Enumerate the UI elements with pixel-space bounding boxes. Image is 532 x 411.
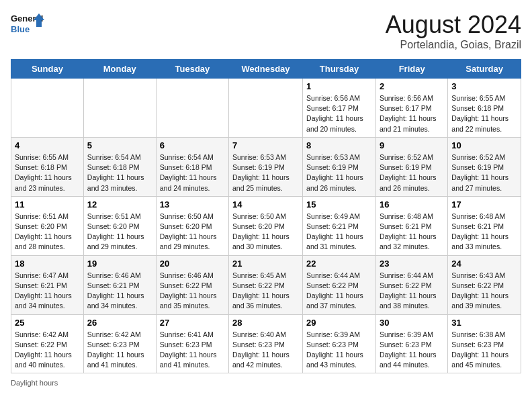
day-number: 11 bbox=[15, 199, 80, 210]
day-number: 31 bbox=[451, 318, 517, 328]
calendar-cell: 30Sunrise: 6:39 AM Sunset: 6:23 PM Dayli… bbox=[375, 314, 447, 373]
day-number: 14 bbox=[232, 199, 299, 210]
day-info: Sunrise: 6:46 AM Sunset: 6:21 PM Dayligh… bbox=[87, 271, 152, 312]
page-header: General Blue August 2024 Portelandia, Go… bbox=[11, 11, 521, 51]
calendar-cell bbox=[229, 79, 303, 138]
day-number: 15 bbox=[306, 199, 372, 210]
day-info: Sunrise: 6:55 AM Sunset: 6:18 PM Dayligh… bbox=[451, 93, 517, 134]
calendar-cell: 4Sunrise: 6:55 AM Sunset: 6:18 PM Daylig… bbox=[11, 137, 84, 196]
day-info: Sunrise: 6:45 AM Sunset: 6:22 PM Dayligh… bbox=[232, 271, 299, 312]
day-info: Sunrise: 6:51 AM Sunset: 6:20 PM Dayligh… bbox=[87, 212, 152, 253]
location-subtitle: Portelandia, Goias, Brazil bbox=[386, 39, 521, 51]
day-number: 4 bbox=[15, 140, 80, 150]
day-info: Sunrise: 6:43 AM Sunset: 6:22 PM Dayligh… bbox=[451, 271, 517, 312]
calendar-cell: 26Sunrise: 6:42 AM Sunset: 6:23 PM Dayli… bbox=[83, 314, 156, 373]
day-info: Sunrise: 6:54 AM Sunset: 6:18 PM Dayligh… bbox=[87, 152, 152, 193]
day-number: 27 bbox=[160, 318, 225, 328]
svg-text:Blue: Blue bbox=[11, 24, 30, 34]
calendar-cell: 11Sunrise: 6:51 AM Sunset: 6:20 PM Dayli… bbox=[11, 196, 84, 255]
day-info: Sunrise: 6:50 AM Sunset: 6:20 PM Dayligh… bbox=[160, 212, 225, 253]
day-number: 8 bbox=[306, 140, 372, 150]
day-info: Sunrise: 6:48 AM Sunset: 6:21 PM Dayligh… bbox=[380, 212, 444, 253]
calendar-cell: 31Sunrise: 6:38 AM Sunset: 6:23 PM Dayli… bbox=[448, 314, 521, 373]
calendar-cell: 17Sunrise: 6:48 AM Sunset: 6:21 PM Dayli… bbox=[448, 196, 521, 255]
calendar-cell: 6Sunrise: 6:54 AM Sunset: 6:18 PM Daylig… bbox=[156, 137, 228, 196]
calendar-cell: 20Sunrise: 6:46 AM Sunset: 6:22 PM Dayli… bbox=[156, 255, 228, 314]
day-info: Sunrise: 6:48 AM Sunset: 6:21 PM Dayligh… bbox=[451, 212, 517, 253]
day-number: 30 bbox=[380, 318, 444, 328]
calendar-cell: 23Sunrise: 6:44 AM Sunset: 6:22 PM Dayli… bbox=[375, 255, 447, 314]
day-info: Sunrise: 6:38 AM Sunset: 6:23 PM Dayligh… bbox=[451, 330, 517, 371]
day-number: 16 bbox=[380, 199, 444, 210]
day-number: 10 bbox=[451, 140, 517, 150]
calendar-cell: 21Sunrise: 6:45 AM Sunset: 6:22 PM Dayli… bbox=[229, 255, 303, 314]
day-info: Sunrise: 6:53 AM Sunset: 6:19 PM Dayligh… bbox=[232, 152, 299, 193]
day-info: Sunrise: 6:39 AM Sunset: 6:23 PM Dayligh… bbox=[380, 330, 444, 371]
day-number: 28 bbox=[232, 318, 299, 328]
day-info: Sunrise: 6:47 AM Sunset: 6:21 PM Dayligh… bbox=[15, 271, 80, 312]
day-header: Thursday bbox=[303, 60, 376, 79]
day-number: 26 bbox=[87, 318, 152, 328]
day-number: 24 bbox=[451, 259, 517, 269]
calendar-cell: 29Sunrise: 6:39 AM Sunset: 6:23 PM Dayli… bbox=[303, 314, 376, 373]
day-number: 19 bbox=[87, 259, 152, 269]
calendar-cell: 19Sunrise: 6:46 AM Sunset: 6:21 PM Dayli… bbox=[83, 255, 156, 314]
calendar-cell bbox=[156, 79, 228, 138]
day-info: Sunrise: 6:56 AM Sunset: 6:17 PM Dayligh… bbox=[380, 93, 444, 134]
day-number: 1 bbox=[306, 81, 372, 91]
calendar-cell: 27Sunrise: 6:41 AM Sunset: 6:23 PM Dayli… bbox=[156, 314, 228, 373]
day-number: 25 bbox=[15, 318, 80, 328]
title-block: August 2024 Portelandia, Goias, Brazil bbox=[386, 11, 521, 51]
calendar-cell: 13Sunrise: 6:50 AM Sunset: 6:20 PM Dayli… bbox=[156, 196, 228, 255]
calendar-table: SundayMondayTuesdayWednesdayThursdayFrid… bbox=[11, 59, 521, 373]
calendar-cell: 3Sunrise: 6:55 AM Sunset: 6:18 PM Daylig… bbox=[448, 79, 521, 138]
calendar-cell: 22Sunrise: 6:44 AM Sunset: 6:22 PM Dayli… bbox=[303, 255, 376, 314]
day-number: 20 bbox=[160, 259, 225, 269]
day-number: 17 bbox=[451, 199, 517, 210]
day-info: Sunrise: 6:42 AM Sunset: 6:23 PM Dayligh… bbox=[87, 330, 152, 371]
day-info: Sunrise: 6:42 AM Sunset: 6:22 PM Dayligh… bbox=[15, 330, 80, 371]
day-number: 13 bbox=[160, 199, 225, 210]
daylight-label: Daylight hours bbox=[11, 379, 58, 387]
calendar-cell: 28Sunrise: 6:40 AM Sunset: 6:23 PM Dayli… bbox=[229, 314, 303, 373]
month-title: August 2024 bbox=[386, 11, 521, 39]
day-number: 7 bbox=[232, 140, 299, 150]
calendar-cell: 2Sunrise: 6:56 AM Sunset: 6:17 PM Daylig… bbox=[375, 79, 447, 138]
day-header: Saturday bbox=[448, 60, 521, 79]
calendar-cell: 7Sunrise: 6:53 AM Sunset: 6:19 PM Daylig… bbox=[229, 137, 303, 196]
footer: Daylight hours bbox=[11, 379, 521, 387]
day-number: 6 bbox=[160, 140, 225, 150]
logo: General Blue bbox=[11, 11, 44, 40]
calendar-cell: 24Sunrise: 6:43 AM Sunset: 6:22 PM Dayli… bbox=[448, 255, 521, 314]
day-info: Sunrise: 6:53 AM Sunset: 6:19 PM Dayligh… bbox=[306, 152, 372, 193]
day-number: 3 bbox=[451, 81, 517, 91]
day-info: Sunrise: 6:44 AM Sunset: 6:22 PM Dayligh… bbox=[306, 271, 372, 312]
calendar-cell: 10Sunrise: 6:52 AM Sunset: 6:19 PM Dayli… bbox=[448, 137, 521, 196]
day-header: Sunday bbox=[11, 60, 84, 79]
day-info: Sunrise: 6:52 AM Sunset: 6:19 PM Dayligh… bbox=[380, 152, 444, 193]
calendar-cell: 25Sunrise: 6:42 AM Sunset: 6:22 PM Dayli… bbox=[11, 314, 84, 373]
calendar-cell: 8Sunrise: 6:53 AM Sunset: 6:19 PM Daylig… bbox=[303, 137, 376, 196]
day-number: 12 bbox=[87, 199, 152, 210]
calendar-cell: 15Sunrise: 6:49 AM Sunset: 6:21 PM Dayli… bbox=[303, 196, 376, 255]
day-info: Sunrise: 6:41 AM Sunset: 6:23 PM Dayligh… bbox=[160, 330, 225, 371]
day-number: 21 bbox=[232, 259, 299, 269]
day-number: 23 bbox=[380, 259, 444, 269]
calendar-cell bbox=[11, 79, 84, 138]
day-info: Sunrise: 6:56 AM Sunset: 6:17 PM Dayligh… bbox=[306, 93, 372, 134]
calendar-cell: 1Sunrise: 6:56 AM Sunset: 6:17 PM Daylig… bbox=[303, 79, 376, 138]
calendar-cell: 12Sunrise: 6:51 AM Sunset: 6:20 PM Dayli… bbox=[83, 196, 156, 255]
day-info: Sunrise: 6:39 AM Sunset: 6:23 PM Dayligh… bbox=[306, 330, 372, 371]
day-info: Sunrise: 6:49 AM Sunset: 6:21 PM Dayligh… bbox=[306, 212, 372, 253]
day-info: Sunrise: 6:46 AM Sunset: 6:22 PM Dayligh… bbox=[160, 271, 225, 312]
day-number: 18 bbox=[15, 259, 80, 269]
day-info: Sunrise: 6:55 AM Sunset: 6:18 PM Dayligh… bbox=[15, 152, 80, 193]
logo-svg: General Blue bbox=[11, 11, 44, 40]
calendar-cell: 5Sunrise: 6:54 AM Sunset: 6:18 PM Daylig… bbox=[83, 137, 156, 196]
day-number: 2 bbox=[380, 81, 444, 91]
day-info: Sunrise: 6:51 AM Sunset: 6:20 PM Dayligh… bbox=[15, 212, 80, 253]
day-info: Sunrise: 6:50 AM Sunset: 6:20 PM Dayligh… bbox=[232, 212, 299, 253]
calendar-cell bbox=[83, 79, 156, 138]
calendar-cell: 9Sunrise: 6:52 AM Sunset: 6:19 PM Daylig… bbox=[375, 137, 447, 196]
calendar-cell: 18Sunrise: 6:47 AM Sunset: 6:21 PM Dayli… bbox=[11, 255, 84, 314]
